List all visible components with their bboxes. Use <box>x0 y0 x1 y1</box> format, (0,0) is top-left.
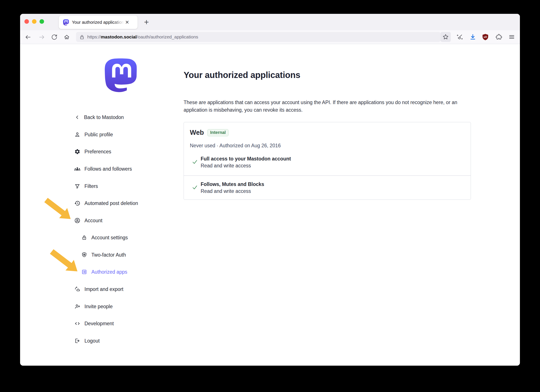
person-add-icon <box>74 303 80 309</box>
account-circle-icon <box>74 218 80 223</box>
close-tab-icon[interactable]: ✕ <box>125 20 129 25</box>
cleaner-extension-button[interactable] <box>454 32 465 42</box>
tab-strip: Your authorized applications - M ✕ + <box>20 14 520 30</box>
home-button[interactable] <box>62 33 71 42</box>
page-title: Your authorized applications <box>184 70 300 80</box>
sidebar-item-label: Two-factor Auth <box>91 252 126 258</box>
navigation-toolbar: https://mastodon.social/oauth/authorized… <box>20 30 520 44</box>
minimize-window-button[interactable] <box>32 19 36 24</box>
tab-title: Your authorized applications - M <box>72 20 124 25</box>
check-icon <box>192 184 198 190</box>
sidebar-item-back-to-mastodon[interactable]: Back to Mastodon <box>74 114 124 121</box>
url-scheme: https:// <box>87 34 101 40</box>
forward-icon <box>39 34 45 40</box>
sidebar-item-filters[interactable]: Filters <box>74 183 98 190</box>
sidebar-item-label: Public profile <box>85 132 113 138</box>
group-icon <box>74 166 80 172</box>
permission-title: Follows, Mutes and Blocks <box>201 181 264 187</box>
bookmark-button[interactable] <box>440 32 451 42</box>
list-icon <box>81 269 87 275</box>
logout-icon <box>74 338 80 344</box>
sidebar-item-automated-post-deletion[interactable]: Automated post deletion <box>74 199 138 207</box>
mastodon-favicon <box>63 19 69 25</box>
history-icon <box>74 200 80 206</box>
person-icon <box>74 132 80 138</box>
permission-subtitle: Read and write access <box>201 188 251 194</box>
lock-icon <box>81 234 87 241</box>
sidebar-item-label: Preferences <box>85 149 111 155</box>
sidebar-item-label: Logout <box>85 338 100 344</box>
mastodon-logo[interactable] <box>105 58 137 92</box>
new-tab-button[interactable]: + <box>141 17 152 27</box>
url-path: /oauth/authorized_applications <box>137 34 198 40</box>
forward-button[interactable] <box>37 33 46 42</box>
sidebar-item-public-profile[interactable]: Public profile <box>74 131 113 138</box>
home-icon <box>64 34 70 40</box>
app-name: Web <box>190 129 204 137</box>
sidebar-item-invite-people[interactable]: Invite people <box>74 303 113 310</box>
hamburger-icon <box>509 34 515 40</box>
sidebar-item-label: Back to Mastodon <box>84 114 124 120</box>
download-icon <box>469 34 476 40</box>
sidebar-item-label: Import and export <box>85 286 123 292</box>
sidebar-item-logout[interactable]: Logout <box>74 337 100 344</box>
sidebar-item-label: Account <box>85 218 102 223</box>
back-icon <box>25 34 31 40</box>
sidebar-item-account-settings[interactable]: Account settings <box>81 234 128 241</box>
sidebar-item-development[interactable]: Development <box>74 320 114 327</box>
sidebar-item-label: Invite people <box>85 304 113 309</box>
zoom-window-button[interactable] <box>40 19 44 24</box>
lock-icon <box>80 35 85 40</box>
url-host: mastodon.social <box>101 34 137 40</box>
annotation-arrow-account <box>44 198 73 222</box>
permission-title: Full access to your Mastodon account <box>201 156 291 162</box>
browser-tab[interactable]: Your authorized applications - M ✕ <box>59 15 138 29</box>
sidebar-item-account[interactable]: Account <box>74 217 102 224</box>
sidebar-item-label: Filters <box>85 183 98 189</box>
extensions-button[interactable] <box>494 32 504 42</box>
sidebar-item-label: Development <box>85 321 114 327</box>
reload-button[interactable] <box>50 33 59 42</box>
funnel-icon <box>74 183 80 189</box>
sidebar-item-label: Authorized apps <box>91 269 127 275</box>
ublock-label: uO <box>484 36 487 38</box>
shield-clock-icon <box>81 252 87 258</box>
sidebar-item-two-factor-auth[interactable]: Two-factor Auth <box>81 251 126 258</box>
broom-sparkle-icon <box>456 34 463 40</box>
sidebar-item-authorized-apps[interactable]: Authorized apps <box>81 268 127 276</box>
star-icon <box>442 34 449 40</box>
annotation-arrow-authorized-apps <box>50 249 80 274</box>
back-button[interactable] <box>23 33 32 42</box>
code-icon <box>74 321 80 327</box>
sidebar-item-label: Automated post deletion <box>85 200 138 206</box>
check-icon <box>192 159 198 165</box>
menu-button[interactable] <box>506 32 517 42</box>
cloud-sync-icon <box>74 286 80 292</box>
row-divider <box>184 175 471 176</box>
app-meta: Never used · Authorized on Aug 26, 2016 <box>190 143 281 149</box>
ublock-extension-button[interactable]: uO <box>480 32 490 42</box>
sidebar-item-follows-and-followers[interactable]: Follows and followers <box>74 165 132 173</box>
gear-icon <box>74 149 80 155</box>
sidebar-item-preferences[interactable]: Preferences <box>74 148 111 155</box>
downloads-button[interactable] <box>468 32 478 42</box>
close-window-button[interactable] <box>25 19 29 24</box>
url-bar[interactable]: https://mastodon.social/oauth/authorized… <box>76 32 441 42</box>
chevron-left-icon <box>74 114 80 120</box>
authorized-app-card: Web Internal Never used · Authorized on … <box>184 122 471 200</box>
puzzle-icon <box>495 34 502 40</box>
sidebar-item-label: Account settings <box>91 235 128 241</box>
browser-window: Your authorized applications - M ✕ + htt… <box>20 14 520 366</box>
ublock-shield-icon: uO <box>482 33 489 41</box>
sidebar-item-label: Follows and followers <box>85 166 132 172</box>
internal-badge: Internal <box>207 129 229 136</box>
page-description: These are applications that can access y… <box>184 99 465 114</box>
reload-icon <box>51 34 57 40</box>
permission-subtitle: Read and write access <box>201 163 251 169</box>
sidebar-item-import-and-export[interactable]: Import and export <box>74 286 123 293</box>
